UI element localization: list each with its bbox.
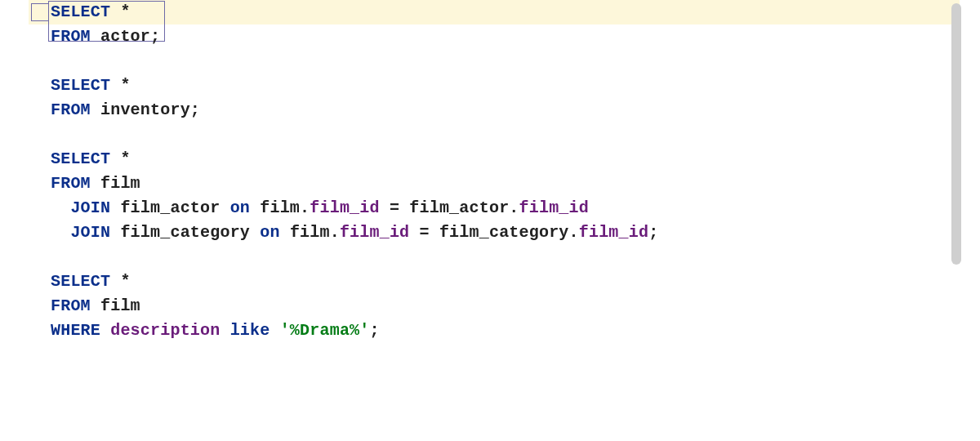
token-txt — [100, 321, 110, 340]
token-kw: SELECT — [51, 76, 110, 95]
token-txt: film — [100, 296, 140, 315]
token-kw: JOIN — [70, 223, 110, 242]
token-kw: SELECT — [51, 2, 110, 21]
token-txt — [110, 76, 120, 95]
token-kw: JOIN — [70, 198, 110, 217]
code-line[interactable]: FROM inventory; — [51, 98, 957, 122]
code-line[interactable]: JOIN film_actor on film.film_id = film_a… — [51, 196, 957, 220]
token-txt — [270, 321, 279, 340]
token-txt — [110, 198, 120, 217]
token-op: . — [569, 223, 579, 242]
token-kw: WHERE — [51, 321, 100, 340]
token-op: * — [120, 149, 130, 168]
token-semi: ; — [150, 27, 160, 46]
token-txt — [91, 27, 100, 46]
code-area[interactable]: SELECT *FROM actor;SELECT *FROM inventor… — [51, 0, 957, 343]
token-id: film_id — [340, 223, 409, 242]
token-txt — [220, 198, 229, 217]
code-line[interactable] — [51, 245, 957, 270]
token-kw: FROM — [51, 100, 91, 119]
token-kw: on — [260, 223, 279, 242]
token-txt — [91, 174, 100, 193]
token-txt: film_category — [120, 223, 250, 242]
token-op: * — [120, 2, 130, 21]
code-line[interactable]: SELECT * — [51, 74, 957, 98]
token-txt — [110, 223, 120, 242]
token-txt: film_category — [439, 223, 569, 242]
token-semi: ; — [648, 223, 658, 242]
token-txt — [91, 100, 100, 119]
token-id: film_id — [519, 198, 589, 217]
token-op: * — [120, 272, 130, 291]
token-txt — [250, 198, 260, 217]
token-kw: on — [230, 198, 250, 217]
code-line[interactable]: JOIN film_category on film.film_id = fil… — [51, 220, 957, 245]
token-kw: FROM — [51, 27, 91, 46]
token-txt: actor — [100, 27, 150, 46]
sql-editor[interactable]: SELECT *FROM actor;SELECT *FROM inventor… — [0, 0, 964, 441]
token-op: . — [330, 223, 340, 242]
code-line[interactable]: SELECT * — [51, 147, 957, 172]
token-txt — [280, 223, 290, 242]
token-txt — [110, 149, 120, 168]
code-line[interactable]: WHERE description like '%Drama%'; — [51, 318, 957, 343]
code-line[interactable]: FROM film — [51, 294, 957, 318]
token-id: film_id — [310, 198, 379, 217]
code-line[interactable]: FROM actor; — [51, 24, 957, 49]
token-kw: SELECT — [51, 272, 110, 291]
token-semi: ; — [370, 321, 380, 340]
token-op: = — [409, 223, 439, 242]
token-kw: SELECT — [51, 149, 110, 168]
code-line[interactable]: SELECT * — [51, 270, 957, 294]
token-op: * — [120, 76, 130, 95]
token-op: . — [509, 198, 519, 217]
code-line[interactable] — [51, 49, 957, 74]
token-op: . — [300, 198, 310, 217]
token-txt: film — [260, 198, 300, 217]
token-txt: film — [100, 174, 140, 193]
token-txt — [250, 223, 260, 242]
token-kw: like — [230, 321, 270, 340]
token-txt — [110, 2, 120, 21]
token-id: film_id — [579, 223, 648, 242]
code-line[interactable]: SELECT * — [51, 0, 957, 24]
token-str: '%Drama%' — [280, 321, 370, 340]
token-semi: ; — [190, 100, 200, 119]
token-txt: film_actor — [409, 198, 509, 217]
token-txt: inventory — [100, 100, 190, 119]
code-line[interactable] — [51, 122, 957, 147]
token-txt — [110, 272, 120, 291]
token-kw: FROM — [51, 296, 91, 315]
token-op: = — [380, 198, 410, 217]
gutter-breakpoint-marker[interactable] — [31, 3, 49, 21]
token-kw: FROM — [51, 174, 91, 193]
token-txt: film_actor — [120, 198, 220, 217]
token-txt — [220, 321, 229, 340]
token-txt — [91, 296, 100, 315]
token-id: description — [110, 321, 220, 340]
code-line[interactable]: FROM film — [51, 172, 957, 196]
token-txt: film — [290, 223, 330, 242]
